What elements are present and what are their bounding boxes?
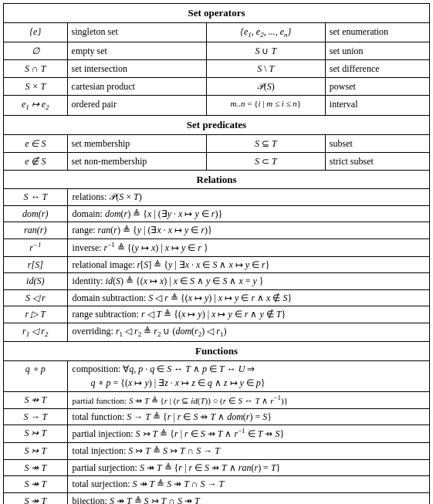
symbol-emptyset: ∅ (4, 42, 68, 60)
desc-powset: powset (325, 78, 429, 96)
formula-strict-subset: S ⊂ T (206, 152, 325, 170)
symbol-dom-sub: S ◁ r (4, 289, 68, 306)
desc-identity: identity: id(S) ≜ {(x ↦ x) | x ∈ S ∧ y ∈… (67, 273, 429, 290)
symbol-bijection: S ↠ T (4, 492, 68, 504)
desc-partial-surj: partial surjection: S ↠ T ≜ {r | r ∈ S ⇸… (67, 459, 429, 476)
symbol-override: r1 ◁ r2 (4, 323, 68, 342)
symbol-range: ran(r) (4, 222, 68, 239)
functions-header: Functions (4, 342, 430, 361)
desc-dom-sub: domain subtraction: S ◁ r ≜ {(x ↦ y) | x… (67, 289, 429, 306)
desc-inverse: inverse: r−1 ≜ {(y ↦ x) | x ↦ y ∈ r } (67, 239, 429, 257)
desc-total-fn: total function: S → T ≜ {r | r ∈ S ⇸ T ∧… (67, 408, 429, 425)
desc-enum: set enumeration (325, 22, 429, 42)
desc-domain: domain: dom(r) ≜ {x | (∃y · x ↦ y ∈ r)} (67, 205, 429, 222)
symbol-composition: q ∘ p (4, 360, 68, 391)
desc-interval: interval (325, 96, 429, 116)
desc-partial-inj: partial injection: S ↣ T ≜ {r | r ∈ S ⇸ … (67, 425, 429, 443)
desc-override: overriding: r1 ◁ r2 ≜ r2 ∪ (dom(r2) ◁ r1… (67, 323, 429, 342)
desc-total-surj: total surjection: S ↠ T ≜ S ↠ T ∩ S → T (67, 476, 429, 493)
formula-enum: {e1, e2, ..., en} (206, 22, 325, 42)
symbol-relation: S ↔ T (4, 189, 68, 206)
symbol-partial-inj: S ↣ T (4, 425, 68, 443)
desc-range: range: ran(r) ≜ {y | (∃x · x ↦ y ∈ r)} (67, 222, 429, 239)
symbol-singleton: {e} (4, 22, 68, 42)
set-operators-header: Set operators (4, 4, 430, 23)
main-reference-table: Set operators {e} singleton set {e1, e2,… (3, 3, 430, 504)
relations-header: Relations (4, 170, 430, 189)
symbol-total-surj: S ↠ T (4, 476, 68, 493)
symbol-inverse: r−1 (4, 239, 68, 257)
symbol-ordered-pair: e1 ↦ e2 (4, 96, 68, 116)
desc-difference: set difference (325, 60, 429, 78)
formula-interval: m..n = {i | m ≤ i ≤ n} (206, 96, 325, 116)
desc-composition: composition: ∀q, p · q ∈ S ↔ T ∧ p ∈ T ↔… (67, 360, 429, 391)
desc-ran-sub: range subtraction: r ◁ T ≜ {(x ↦ y) | x … (67, 306, 429, 323)
desc-subset: subset (325, 134, 429, 152)
label-membership: set membership (67, 134, 206, 152)
formula-difference: S \ T (206, 60, 325, 78)
symbol-membership: e ∈ S (4, 134, 68, 152)
label-emptyset: empty set (67, 42, 206, 60)
symbol-intersection: S ∩ T (4, 60, 68, 78)
symbol-total-fn: S → T (4, 408, 68, 425)
label-ordered-pair: ordered pair (67, 96, 206, 116)
symbol-partial-surj: S ↠ T (4, 459, 68, 476)
symbol-ran-sub: r ▷ T (4, 306, 68, 323)
desc-bijection: bijection: S ↠ T ≜ S ↣ T ∩ S ↠ T (67, 492, 429, 504)
desc-relation: relations: 𝒫(S × T) (67, 189, 429, 206)
symbol-cartesian: S × T (4, 78, 68, 96)
symbol-partial-fn: S ⇸ T (4, 392, 68, 409)
formula-union: S ∪ T (206, 42, 325, 60)
label-singleton: singleton set (67, 22, 206, 42)
symbol-nonmembership: e ∉ S (4, 152, 68, 170)
desc-total-inj: total injection: S ↣ T ≜ S ↣ T ∩ S → T (67, 442, 429, 459)
symbol-total-inj: S ↣ T (4, 442, 68, 459)
symbol-identity: id(S) (4, 273, 68, 290)
label-nonmembership: set non-membership (67, 152, 206, 170)
label-intersection: set intersection (67, 60, 206, 78)
desc-strict-subset: strict subset (325, 152, 429, 170)
desc-partial-fn: partial function: S ⇸ T ≜ {r | (r ⊆ id(T… (67, 392, 429, 409)
symbol-domain: dom(r) (4, 205, 68, 222)
formula-powset: 𝒫(S) (206, 78, 325, 96)
set-predicates-header: Set predicates (4, 116, 430, 135)
desc-union: set union (325, 42, 429, 60)
desc-rel-image: relational image: r[S] ≜ {y | ∃x · x ∈ S… (67, 256, 429, 273)
symbol-rel-image: r[S] (4, 256, 68, 273)
formula-subset: S ⊆ T (206, 134, 325, 152)
label-cartesian: cartesian product (67, 78, 206, 96)
